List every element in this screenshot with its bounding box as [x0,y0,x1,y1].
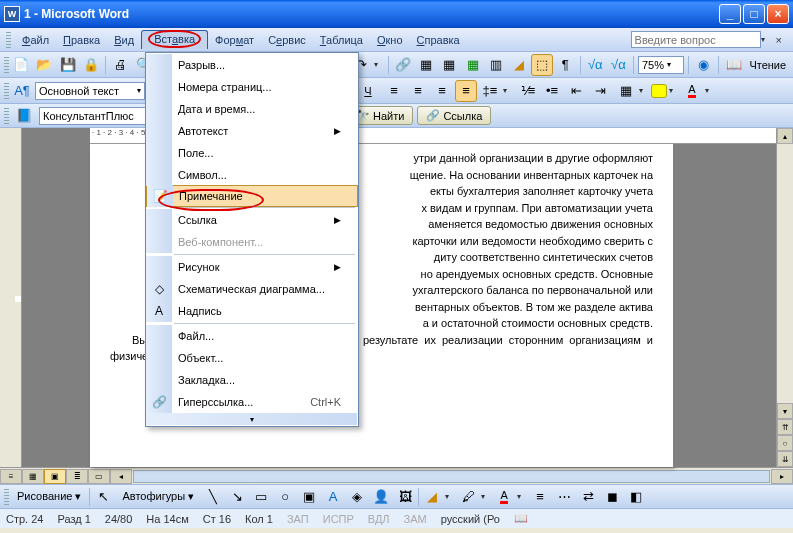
line-style-icon[interactable]: ≡ [529,486,551,508]
status-rec[interactable]: ЗАП [287,513,309,525]
minimize-button[interactable]: _ [719,4,741,24]
menu-item-page-numbers[interactable]: Номера страниц... [146,76,357,98]
select-objects-icon[interactable]: ↖ [92,486,114,508]
link-button[interactable]: 🔗Ссылка [417,106,491,125]
font-color-icon[interactable]: A [493,486,515,508]
menu-item-diagram[interactable]: ◇Схематическая диаграмма... [146,278,357,300]
style-combo[interactable]: Основной текст▾ [35,82,145,100]
konsultant-combo[interactable]: КонсультантПлюс▾ [39,107,159,125]
wordart-icon[interactable]: A [322,486,344,508]
align-justify-icon[interactable]: ≡ [455,80,477,102]
hyperlink-icon[interactable]: 🔗 [393,54,414,76]
menu-item-break[interactable]: Разрыв... [146,54,357,76]
oval-icon[interactable]: ○ [274,486,296,508]
vertical-ruler[interactable] [0,128,22,467]
menu-item-object[interactable]: Объект... [146,347,357,369]
spellcheck-status-icon[interactable]: 📖 [514,512,528,525]
menu-view[interactable]: Вид [107,31,141,49]
menu-item-autotext[interactable]: Автотекст▶ [146,120,357,142]
scroll-down-icon[interactable]: ▾ [777,403,793,419]
toolbar-grip[interactable] [4,57,9,73]
doc-close-button[interactable]: × [771,34,787,46]
menu-insert[interactable]: Вставка [141,30,208,49]
textbox-icon[interactable]: ▣ [298,486,320,508]
browse-prev-icon[interactable]: ⇈ [777,419,793,435]
menu-item-file[interactable]: Файл... [146,325,357,347]
line-color-icon[interactable]: 🖊 [457,486,479,508]
reading-label[interactable]: Чтение [746,59,789,71]
menu-item-comment[interactable]: 📝Примечание [146,185,358,207]
menu-tools[interactable]: Сервис [261,31,313,49]
close-button[interactable]: × [767,4,789,24]
menu-item-hyperlink[interactable]: 🔗Гиперссылка...Ctrl+K [146,391,357,413]
fill-color-icon[interactable]: ◢ [421,486,443,508]
scroll-up-icon[interactable]: ▴ [777,128,793,144]
picture-icon[interactable]: 🖼 [394,486,416,508]
line-spacing-icon[interactable]: ‡≡ [479,80,501,102]
align-right-icon[interactable]: ≡ [431,80,453,102]
askbox-dropdown[interactable]: ▾ [761,35,771,44]
menu-table[interactable]: Таблица [313,31,370,49]
browse-object-icon[interactable]: ○ [777,435,793,451]
equation2-icon[interactable]: √α [608,54,629,76]
increase-indent-icon[interactable]: ⇥ [589,80,611,102]
arrow-icon[interactable]: ↘ [226,486,248,508]
docmap-icon[interactable]: ⬚ [531,54,552,76]
insert-table-icon[interactable]: ▦ [439,54,460,76]
outline-view-icon[interactable]: ≣ [66,469,88,484]
decrease-indent-icon[interactable]: ⇤ [565,80,587,102]
reading-layout-icon[interactable]: 📖 [723,54,744,76]
toolbar-grip[interactable] [4,108,9,124]
menu-expand-chevron[interactable]: ▾ [146,413,357,425]
status-ovr[interactable]: ЗАМ [404,513,427,525]
menu-item-field[interactable]: Поле... [146,142,357,164]
drawing-menu[interactable]: Рисование ▾ [11,488,87,505]
normal-view-icon[interactable]: ≡ [0,469,22,484]
permission-icon[interactable]: 🔒 [80,54,101,76]
help-icon[interactable]: ◉ [693,54,714,76]
print-icon[interactable]: 🖨 [110,54,131,76]
clipart-icon[interactable]: 👤 [370,486,392,508]
menu-item-symbol[interactable]: Символ... [146,164,357,186]
line-icon[interactable]: ╲ [202,486,224,508]
equation-icon[interactable]: √α [585,54,606,76]
font-color-icon[interactable]: A [681,80,703,102]
scroll-left-icon[interactable]: ◂ [110,469,132,484]
open-icon[interactable]: 📂 [34,54,55,76]
underline-icon[interactable]: Ч [357,80,379,102]
toolbar-grip[interactable] [4,83,9,99]
dash-style-icon[interactable]: ⋯ [553,486,575,508]
vertical-scrollbar[interactable]: ▴ ▾ ⇈ ○ ⇊ [776,128,793,467]
ask-question-input[interactable] [631,31,761,48]
menu-edit[interactable]: Правка [56,31,107,49]
drawing-icon[interactable]: ◢ [508,54,529,76]
menu-help[interactable]: Справка [410,31,467,49]
3d-icon[interactable]: ◧ [625,486,647,508]
maximize-button[interactable]: □ [743,4,765,24]
konsultant-icon[interactable]: 📘 [13,105,35,127]
arrow-style-icon[interactable]: ⇄ [577,486,599,508]
status-lang[interactable]: русский (Ро [441,513,500,525]
reading-view-icon[interactable]: ▭ [88,469,110,484]
status-trk[interactable]: ИСПР [323,513,354,525]
autoshapes-menu[interactable]: Автофигуры ▾ [116,488,200,505]
columns-icon[interactable]: ▥ [485,54,506,76]
align-center-icon[interactable]: ≡ [407,80,429,102]
excel-icon[interactable]: ▦ [462,54,483,76]
new-doc-icon[interactable]: 📄 [11,54,32,76]
highlight-icon[interactable] [651,84,667,98]
menu-window[interactable]: Окно [370,31,410,49]
menu-format[interactable]: Формат [208,31,261,49]
hscroll-track[interactable] [133,470,770,483]
print-view-icon[interactable]: ▣ [44,469,66,484]
show-hide-icon[interactable]: ¶ [555,54,576,76]
diagram-icon[interactable]: ◈ [346,486,368,508]
web-view-icon[interactable]: ▦ [22,469,44,484]
shadow-icon[interactable]: ◼ [601,486,623,508]
menu-item-picture[interactable]: Рисунок▶ [146,256,357,278]
status-ext[interactable]: ВДЛ [368,513,390,525]
menu-item-bookmark[interactable]: Закладка... [146,369,357,391]
menu-item-date-time[interactable]: Дата и время... [146,98,357,120]
tables-borders-icon[interactable]: ▦ [416,54,437,76]
save-icon[interactable]: 💾 [57,54,78,76]
